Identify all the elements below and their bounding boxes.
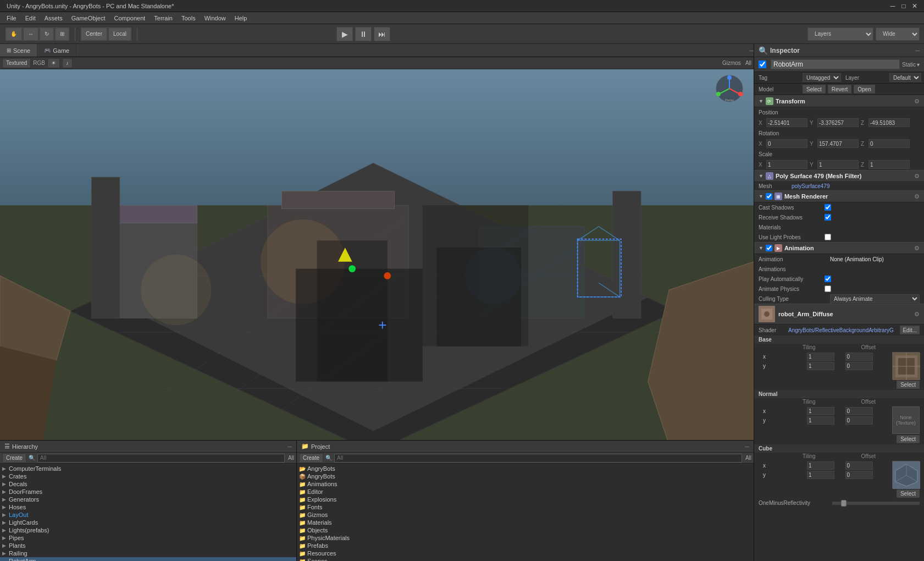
culling-type-select[interactable]: Always Animate: [830, 294, 920, 303]
normal-texture-thumb[interactable]: None(Texture): [892, 406, 920, 434]
mesh-renderer-header[interactable]: ▼ ▦ Mesh Renderer ⚙: [754, 190, 924, 202]
receive-shadows-checkbox[interactable]: [825, 214, 831, 221]
project-item-objects[interactable]: 📁 Objects: [297, 526, 754, 534]
project-item-animations[interactable]: 📁 Animations: [297, 480, 754, 488]
local-btn[interactable]: Local: [108, 28, 131, 41]
transform-gear-icon[interactable]: ⚙: [914, 98, 920, 105]
menu-help[interactable]: Help: [230, 14, 252, 23]
base-select-btn[interactable]: Select: [897, 381, 920, 389]
menu-assets[interactable]: Assets: [40, 14, 67, 23]
viewport[interactable]: Z X Y Persp: [0, 69, 754, 440]
pause-btn[interactable]: ⏸: [355, 27, 372, 41]
animation-gear-icon[interactable]: ⚙: [914, 245, 920, 252]
hierarchy-item-plants[interactable]: ▶ Plants: [0, 542, 296, 549]
project-item-materials[interactable]: 📁 Materials: [297, 519, 754, 526]
menu-component[interactable]: Component: [109, 14, 150, 23]
reflectivity-slider[interactable]: [832, 502, 920, 505]
transform-component-header[interactable]: ▼ ⟳ Transform ⚙: [754, 95, 924, 107]
hierarchy-item-layout[interactable]: ▶ LayOut: [0, 511, 296, 519]
draw-mode-btn[interactable]: Textured: [2, 58, 31, 68]
minimize-btn[interactable]: ─: [888, 1, 898, 11]
hierarchy-item-doorframes[interactable]: ▶ DoorFrames: [0, 488, 296, 496]
animation-active-checkbox[interactable]: [766, 245, 772, 251]
project-item-explosions[interactable]: 📁 Explosions: [297, 496, 754, 503]
project-item-scenes[interactable]: 📁 Scenes: [297, 557, 754, 561]
reflectivity-handle[interactable]: [841, 500, 846, 507]
hierarchy-search-input[interactable]: [37, 454, 285, 463]
normal-x-offset[interactable]: [845, 407, 873, 415]
menu-gameobject[interactable]: GameObject: [67, 14, 110, 23]
base-y-tiling[interactable]: [807, 362, 834, 370]
pos-x-input[interactable]: [766, 118, 807, 127]
maximize-btn[interactable]: □: [899, 1, 909, 11]
cube-texture-thumb[interactable]: [892, 461, 920, 488]
base-x-tiling[interactable]: [807, 353, 834, 361]
revert-btn[interactable]: Revert: [828, 85, 851, 94]
pos-y-input[interactable]: [817, 118, 859, 127]
project-item-editor[interactable]: 📁 Editor: [297, 488, 754, 496]
hierarchy-min-btn[interactable]: ─: [287, 443, 292, 450]
material-gear-icon[interactable]: ⚙: [914, 311, 920, 318]
open-btn[interactable]: Open: [854, 85, 875, 94]
transform-hand-btn[interactable]: ✋: [5, 28, 22, 41]
hierarchy-item-decals[interactable]: ▶ Decals: [0, 480, 296, 488]
meshfilter-gear-icon[interactable]: ⚙: [914, 173, 920, 180]
gizmo-widget[interactable]: Z X Y Persp: [715, 74, 745, 105]
base-texture-thumb[interactable]: [892, 352, 920, 380]
cube-y-offset[interactable]: [845, 471, 873, 479]
project-min-btn[interactable]: ─: [745, 443, 749, 450]
cube-select-btn[interactable]: Select: [897, 490, 920, 498]
cube-y-tiling[interactable]: [807, 471, 834, 479]
material-edit-btn[interactable]: Edit...: [900, 326, 920, 334]
project-search-input[interactable]: [334, 454, 742, 463]
rot-y-input[interactable]: [817, 139, 859, 148]
hierarchy-item-pipes[interactable]: ▶ Pipes: [0, 534, 296, 542]
tab-game[interactable]: 🎮 Game: [37, 44, 76, 57]
transform-scale-btn[interactable]: ⊞: [55, 28, 69, 41]
normal-select-btn[interactable]: Select: [897, 435, 920, 443]
close-btn[interactable]: ✕: [910, 1, 920, 11]
hierarchy-item-lights[interactable]: ▶ Lights(prefabs): [0, 526, 296, 534]
project-item-resources[interactable]: 📁 Resources: [297, 549, 754, 557]
project-item-angrybots-asset[interactable]: 📦 AngryBots: [297, 472, 754, 480]
project-create-btn[interactable]: Create: [299, 453, 323, 463]
cast-shadows-checkbox[interactable]: [825, 204, 831, 211]
base-y-offset[interactable]: [845, 362, 873, 370]
transform-rotate-btn[interactable]: ↻: [40, 28, 54, 41]
hierarchy-item-railing[interactable]: ▶ Railing: [0, 549, 296, 557]
scene-fx-btn[interactable]: ☀: [47, 58, 60, 68]
meshrenderer-gear-icon[interactable]: ⚙: [914, 193, 920, 200]
mesh-filter-header[interactable]: ▼ △ Poly Surface 479 (Mesh Filter) ⚙: [754, 170, 924, 182]
scene-panel-min[interactable]: ─: [749, 47, 754, 54]
animation-header[interactable]: ▼ ▶ Animation ⚙: [754, 242, 924, 254]
scale-x-input[interactable]: [766, 160, 807, 169]
tab-scene[interactable]: ⊞ Scene: [0, 44, 37, 57]
base-x-offset[interactable]: [845, 353, 873, 361]
project-item-gizmos[interactable]: 📁 Gizmos: [297, 511, 754, 519]
play-automatically-checkbox[interactable]: [825, 276, 831, 282]
project-item-fonts[interactable]: 📁 Fonts: [297, 503, 754, 511]
project-item-physicmaterials[interactable]: 📁 PhysicMaterials: [297, 534, 754, 542]
select-btn[interactable]: Select: [803, 85, 826, 94]
scale-y-input[interactable]: [817, 160, 859, 169]
use-light-probes-checkbox[interactable]: [825, 234, 831, 240]
center-btn[interactable]: Center: [81, 28, 107, 41]
scale-z-input[interactable]: [868, 160, 910, 169]
hierarchy-item-robotarm[interactable]: RobotArm: [0, 557, 296, 561]
object-active-checkbox[interactable]: [759, 61, 766, 68]
layer-select[interactable]: Default: [889, 73, 921, 82]
normal-y-offset[interactable]: [845, 416, 873, 425]
layers-select[interactable]: Layers: [807, 28, 873, 41]
menu-window[interactable]: Window: [200, 14, 230, 23]
hierarchy-create-btn[interactable]: Create: [2, 453, 26, 463]
object-name-input[interactable]: [771, 59, 900, 69]
menu-file[interactable]: File: [2, 14, 21, 23]
rot-z-input[interactable]: [868, 139, 910, 148]
hierarchy-item-hoses[interactable]: ▶ Hoses: [0, 503, 296, 511]
hierarchy-item-lightcards[interactable]: ▶ LightCards: [0, 519, 296, 526]
transform-move-btn[interactable]: ↔: [23, 28, 38, 41]
meshrenderer-active-checkbox[interactable]: [766, 193, 772, 200]
hierarchy-item-crates[interactable]: ▶ Crates: [0, 472, 296, 480]
animate-physics-checkbox[interactable]: [825, 285, 831, 292]
play-btn[interactable]: ▶: [336, 27, 353, 41]
